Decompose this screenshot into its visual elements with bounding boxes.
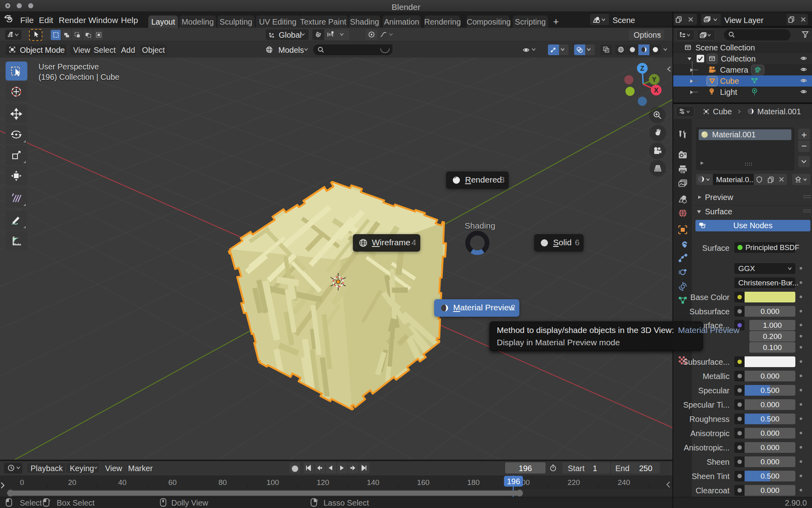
svg-text:Y: Y xyxy=(652,76,657,83)
svg-text:X: X xyxy=(654,87,659,94)
svg-text:Z: Z xyxy=(640,65,644,72)
